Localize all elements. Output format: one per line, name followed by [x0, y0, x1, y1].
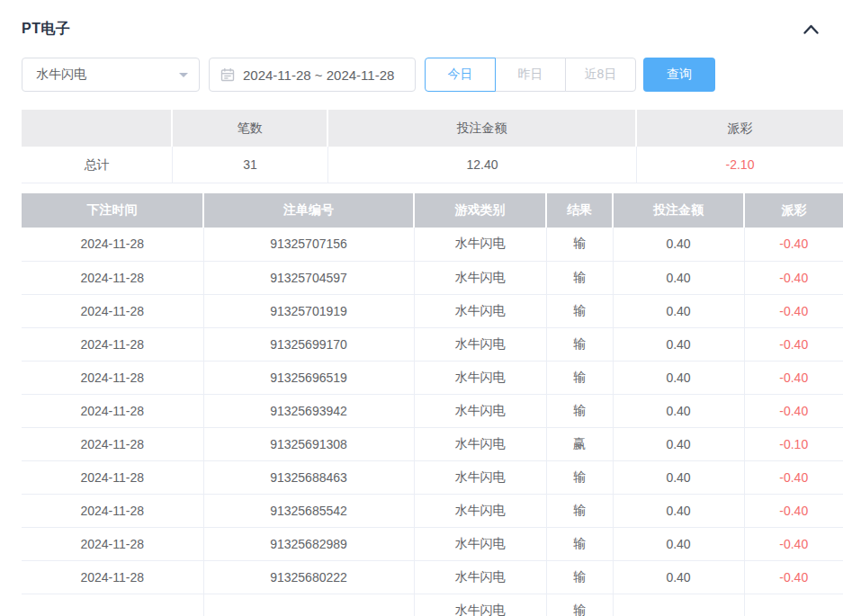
quick-range-today-button[interactable]: 今日 — [425, 58, 496, 92]
bet-table-header: 下注时间 注单编号 游戏类别 结果 投注金额 派彩 — [22, 193, 843, 228]
cell-payout: -0.40 — [744, 527, 843, 560]
summary-header-count: 笔数 — [173, 110, 328, 147]
game-select[interactable]: 水牛闪电 — [22, 58, 200, 92]
cell-bet-amount: 0.40 — [613, 228, 744, 261]
table-row: 2024-11-2891325693942水牛闪电输0.40-0.40 — [22, 394, 843, 427]
cell-payout: -0.40 — [744, 228, 843, 261]
cell-payout: -0.40 — [744, 460, 843, 494]
cell-bet-time: 2024-11-28 — [22, 228, 203, 261]
cell-bet-amount: 0.40 — [613, 361, 744, 394]
table-row: 2024-11-2891325699170水牛闪电输0.40-0.40 — [22, 327, 843, 361]
cell-payout: -0.10 — [744, 427, 843, 460]
bet-table-body: 2024-11-2891325707156水牛闪电输0.40-0.402024-… — [22, 228, 843, 616]
cell-bet-time: 2024-11-28 — [22, 394, 203, 427]
cell-game-type: 水牛闪电 — [414, 460, 546, 494]
bet-records-panel: PT电子 水牛闪电 2024-11-28 ~ 2024-11-28 今日 — [0, 0, 843, 616]
summary-table: 笔数 投注金额 派彩 总计 31 12.40 -2.10 — [22, 110, 843, 183]
cell-bet-time: 2024-11-28 — [22, 294, 203, 327]
table-row: 2024-11-2891325680222水牛闪电输0.40-0.40 — [22, 560, 843, 594]
cell-bet-time: 2024-11-28 — [22, 460, 203, 494]
cell-order-no: 91325704597 — [203, 261, 414, 294]
cell-order-no: 91325699170 — [203, 327, 414, 361]
page-title: PT电子 — [22, 20, 70, 39]
quick-range-group: 今日 昨日 近8日 — [425, 58, 636, 92]
table-row: 2024-11-2891325685542水牛闪电输0.40-0.40 — [22, 494, 843, 527]
chevron-down-icon — [179, 73, 188, 82]
table-row: 2024-11-2891325688463水牛闪电输0.40-0.40 — [22, 460, 843, 494]
table-row: 2024-11-2891325696519水牛闪电输0.40-0.40 — [22, 361, 843, 394]
filter-bar: 水牛闪电 2024-11-28 ~ 2024-11-28 今日 昨日 近8日 查… — [22, 58, 715, 92]
collapse-button[interactable] — [801, 22, 821, 37]
cell-result: 输 — [546, 228, 613, 261]
col-header-result: 结果 — [546, 193, 613, 228]
cell-game-type: 水牛闪电 — [414, 427, 546, 460]
cell-result: 输 — [546, 394, 613, 427]
summary-total-row: 总计 31 12.40 -2.10 — [22, 147, 843, 183]
summary-total-label: 总计 — [22, 147, 173, 183]
date-range-input[interactable]: 2024-11-28 ~ 2024-11-28 — [209, 58, 416, 92]
cell-bet-time: 2024-11-28 — [22, 261, 203, 294]
cell-order-no: 91325693942 — [203, 394, 414, 427]
quick-range-last8days-button[interactable]: 近8日 — [565, 58, 636, 92]
quick-range-yesterday-button[interactable]: 昨日 — [495, 58, 566, 92]
cell-payout: -0.40 — [744, 294, 843, 327]
chevron-up-icon — [803, 23, 820, 35]
cell-order-no: 91325701919 — [203, 294, 414, 327]
cell-bet-amount: 0.40 — [613, 427, 744, 460]
cell-bet-time: 2024-11-28 — [22, 427, 203, 460]
cell-result: 输 — [546, 261, 613, 294]
cell-game-type: 水牛闪电 — [414, 261, 546, 294]
table-row: 2024-11-2891325701919水牛闪电输0.40-0.40 — [22, 294, 843, 327]
summary-header-bet-amount: 投注金额 — [328, 110, 637, 147]
cell-payout: -0.40 — [744, 261, 843, 294]
table-row: 水牛闪电输 — [22, 594, 843, 616]
cell-order-no: 91325685542 — [203, 494, 414, 527]
cell-bet-time: 2024-11-28 — [22, 527, 203, 560]
summary-total-payout: -2.10 — [637, 147, 843, 183]
cell-game-type: 水牛闪电 — [414, 527, 546, 560]
cell-payout — [744, 594, 843, 616]
summary-header-blank — [22, 110, 173, 147]
col-header-order-no: 注单编号 — [203, 193, 414, 228]
table-row: 2024-11-2891325691308水牛闪电赢0.40-0.10 — [22, 427, 843, 460]
panel-header: PT电子 — [22, 20, 821, 39]
cell-result: 输 — [546, 560, 613, 594]
cell-result: 输 — [546, 527, 613, 560]
cell-result: 输 — [546, 594, 613, 616]
col-header-payout: 派彩 — [744, 193, 843, 228]
cell-bet-time: 2024-11-28 — [22, 560, 203, 594]
cell-bet-time: 2024-11-28 — [22, 494, 203, 527]
table-row: 2024-11-2891325707156水牛闪电输0.40-0.40 — [22, 228, 843, 261]
bet-table: 下注时间 注单编号 游戏类别 结果 投注金额 派彩 2024-11-289132… — [22, 193, 843, 616]
cell-payout: -0.40 — [744, 361, 843, 394]
cell-game-type: 水牛闪电 — [414, 361, 546, 394]
col-header-game-type: 游戏类别 — [414, 193, 546, 228]
cell-game-type: 水牛闪电 — [414, 394, 546, 427]
cell-order-no: 91325707156 — [203, 228, 414, 261]
summary-header-payout: 派彩 — [637, 110, 843, 147]
cell-payout: -0.40 — [744, 494, 843, 527]
cell-payout: -0.40 — [744, 327, 843, 361]
cell-bet-amount: 0.40 — [613, 327, 744, 361]
cell-game-type: 水牛闪电 — [414, 594, 546, 616]
cell-order-no: 91325682989 — [203, 527, 414, 560]
date-range-value: 2024-11-28 ~ 2024-11-28 — [243, 67, 394, 83]
cell-bet-time: 2024-11-28 — [22, 361, 203, 394]
cell-result: 输 — [546, 294, 613, 327]
cell-order-no: 91325696519 — [203, 361, 414, 394]
col-header-bet-time: 下注时间 — [22, 193, 203, 228]
cell-result: 赢 — [546, 427, 613, 460]
cell-result: 输 — [546, 327, 613, 361]
table-row: 2024-11-2891325704597水牛闪电输0.40-0.40 — [22, 261, 843, 294]
bet-table-header-row: 下注时间 注单编号 游戏类别 结果 投注金额 派彩 — [22, 193, 843, 228]
query-button[interactable]: 查询 — [643, 58, 715, 92]
cell-payout: -0.40 — [744, 394, 843, 427]
cell-game-type: 水牛闪电 — [414, 560, 546, 594]
cell-result: 输 — [546, 361, 613, 394]
col-header-bet-amount: 投注金额 — [613, 193, 744, 228]
cell-bet-amount: 0.40 — [613, 460, 744, 494]
game-select-value: 水牛闪电 — [36, 67, 86, 83]
cell-bet-amount: 0.40 — [613, 494, 744, 527]
cell-order-no: 91325688463 — [203, 460, 414, 494]
cell-game-type: 水牛闪电 — [414, 228, 546, 261]
